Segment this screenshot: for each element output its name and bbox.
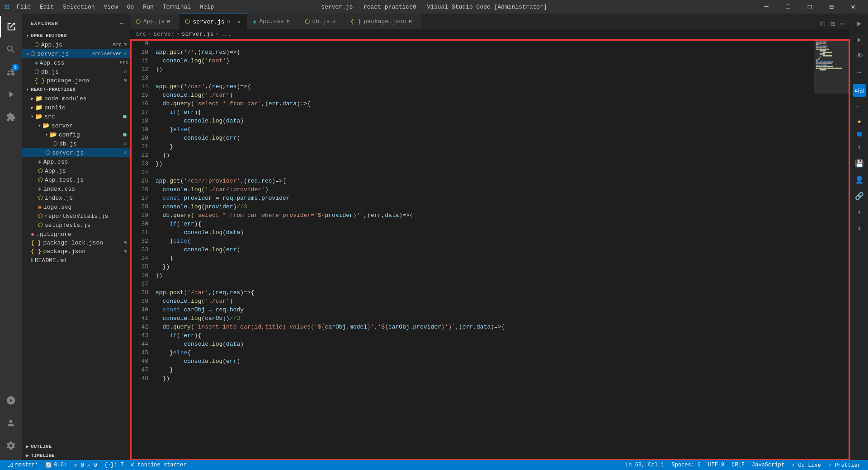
menu-go[interactable]: Go (123, 3, 138, 11)
status-line-ending[interactable]: CRLF (728, 460, 748, 470)
status-tabnine[interactable]: ω tabnine starter (127, 460, 190, 470)
tree-node-modules[interactable]: ▶ 📁 node_modules (22, 94, 130, 103)
tree-gitignore-label: .gitignore (36, 231, 130, 238)
editor-layout-button[interactable]: ⊟ (829, 19, 837, 29)
maximize-button[interactable]: □ (778, 0, 798, 14)
tab-server-js[interactable]: ⬡ server.js U ✕ (179, 14, 247, 29)
tree-config-label: config (59, 132, 123, 138)
tree-app-js[interactable]: ⬡ App.js (22, 166, 130, 175)
menu-help[interactable]: Help (196, 3, 217, 11)
layout-button[interactable]: ⊟ (821, 0, 842, 14)
breadcrumb-server-js[interactable]: server.js (182, 31, 213, 38)
open-editor-packagejson[interactable]: { } package.json M (22, 76, 130, 85)
right-panel-upload-btn[interactable]: ⬆ (853, 141, 866, 154)
breadcrumb-src[interactable]: src (136, 31, 146, 38)
tree-index-js[interactable]: ⬡ index.js (22, 193, 130, 202)
restore-button[interactable]: ❐ (799, 0, 820, 14)
status-encoding[interactable]: UTF-8 (704, 460, 728, 470)
menu-selection[interactable]: Selection (59, 3, 98, 11)
tree-logo-svg[interactable]: ◉ logo.svg (22, 202, 130, 212)
timeline-section[interactable]: ▶ TIMELINE (22, 451, 130, 460)
activity-extensions[interactable] (0, 106, 22, 128)
status-position[interactable]: Ln 63, Col 1 (622, 460, 668, 470)
tree-gitignore[interactable]: ◆ .gitignore (22, 230, 130, 239)
tab-close-server-js[interactable]: ✕ (236, 18, 241, 26)
activity-settings[interactable] (0, 435, 22, 456)
open-editor-dbjs[interactable]: ⬡ db.js U (22, 67, 130, 76)
status-prettier[interactable]: ✓ Prettier (825, 460, 864, 470)
minimap[interactable]: ████ ██ ██████ ████████████ ████ ████ ██… (814, 39, 850, 460)
activity-run-debug[interactable] (0, 84, 22, 105)
tree-app-test-js[interactable]: ⬡ App.test.js (22, 175, 130, 184)
tree-db-js[interactable]: ⬡ db.js U (22, 139, 130, 148)
tree-package-lock[interactable]: { } package-lock.json M (22, 239, 130, 247)
right-panel-panel-btn[interactable]: 파일 (853, 84, 866, 97)
title-bar: ⊞ File Edit Selection View Go Run Termin… (0, 0, 868, 14)
status-branch[interactable]: ⎇ master* (4, 460, 42, 470)
right-panel-user-btn[interactable]: 👤 (853, 174, 866, 186)
split-editor-button[interactable]: ⧉ (818, 19, 827, 29)
status-go-live[interactable]: ⚡ Go Live (788, 460, 825, 470)
right-panel-blue-dot[interactable] (857, 132, 862, 136)
right-panel-star-btn[interactable]: ★ (853, 115, 866, 127)
activity-source-control[interactable]: 6 (0, 61, 22, 83)
code-content[interactable]: app.get('/',(req,res)=>{ console.log('ro… (152, 39, 814, 460)
menu-edit[interactable]: Edit (36, 3, 57, 11)
activity-explorer[interactable] (0, 16, 22, 38)
close-button[interactable]: ✕ (843, 0, 863, 14)
sidebar-new-file-btn[interactable]: ⋯ (118, 18, 125, 29)
menu-view[interactable]: View (100, 3, 122, 11)
tab-app-js[interactable]: ⬡ App.js M (130, 14, 179, 29)
open-editor-serverjs[interactable]: ✕ ⬡ server.js src\server U (22, 49, 130, 58)
tree-src[interactable]: ▾ 📂 src (22, 112, 130, 121)
more-actions-button[interactable]: ⋯ (838, 19, 846, 29)
line-num-33: 33 (134, 245, 148, 254)
right-panel-arrow-btn[interactable]: ← (857, 102, 862, 111)
minimize-button[interactable]: ─ (756, 0, 777, 14)
tree-config[interactable]: ▾ 📂 config (22, 130, 130, 139)
right-panel-more-btn[interactable]: ⋯ (853, 66, 866, 79)
open-editors-section[interactable]: ▾ OPEN EDITORS (22, 31, 130, 40)
activity-search[interactable] (0, 38, 22, 60)
breadcrumb-server[interactable]: server (153, 31, 175, 38)
tree-report-web-vitals[interactable]: ⬡ reportWebVitals.js (22, 212, 130, 221)
status-tabnine-count[interactable]: {·}: 7 (101, 460, 127, 470)
right-panel-play-btn[interactable]: ⏵ (853, 33, 866, 46)
tab-package-json[interactable]: { } package.json M (345, 14, 421, 29)
menu-run[interactable]: Run (139, 3, 157, 11)
right-panel-debug-btn[interactable]: ▶ (853, 17, 866, 30)
tree-app-css[interactable]: ◈ App.css (22, 157, 130, 166)
open-editor-appcss[interactable]: ◈ App.css src (22, 58, 130, 67)
tree-server[interactable]: ▾ 📂 server (22, 121, 130, 130)
right-panel-link-btn[interactable]: 🔗 (853, 190, 866, 202)
open-editor-appjs[interactable]: ⬡ App.js src M (22, 40, 130, 49)
line-num-23: 23 (134, 160, 148, 168)
tab-db-js[interactable]: ⬡ db.js U (299, 14, 345, 29)
tree-setup-tests[interactable]: ⬡ setupTests.js (22, 221, 130, 230)
breadcrumb-dots[interactable]: ... (221, 31, 231, 38)
right-panel-save-btn[interactable]: 💾 (853, 157, 866, 170)
right-panel-scroll-up[interactable]: ⬆ (853, 206, 866, 219)
tree-server-js[interactable]: ⬡ server.js U (22, 148, 130, 157)
activity-remote[interactable] (0, 390, 22, 411)
minimap-slider[interactable] (814, 39, 850, 94)
status-spaces[interactable]: Spaces: 2 (668, 460, 704, 470)
tree-public[interactable]: ▶ 📁 public (22, 103, 130, 112)
activity-accounts[interactable] (0, 412, 22, 434)
right-panel-scroll-down[interactable]: ⬇ (853, 222, 866, 235)
menu-file[interactable]: File (13, 3, 34, 11)
close-icon[interactable]: ✕ (26, 51, 29, 57)
tree-readme[interactable]: ℹ README.md (22, 256, 130, 265)
project-section[interactable]: ▾ REACT-PRACTICE0 (22, 85, 130, 94)
tree-package-json[interactable]: { } package.json M (22, 247, 130, 256)
outline-section[interactable]: ▶ OUTLINE (22, 442, 130, 451)
right-panel-watch-btn[interactable]: 👁 (853, 50, 866, 62)
status-language[interactable]: JavaScript (748, 460, 788, 470)
tab-app-css[interactable]: ◈ App.css M (247, 14, 299, 29)
status-errors[interactable]: ⊘ 0 △ 0 (71, 460, 100, 470)
tree-index-css[interactable]: ◈ index.css (22, 184, 130, 193)
code-editor[interactable]: 9 10 11 12 13 14 15 16 17 18 19 20 21 22… (130, 39, 850, 460)
status-sync[interactable]: 🔄 0↓0↑ (42, 460, 71, 470)
menu-terminal[interactable]: Terminal (159, 3, 194, 11)
json-icon: { } (31, 248, 41, 255)
